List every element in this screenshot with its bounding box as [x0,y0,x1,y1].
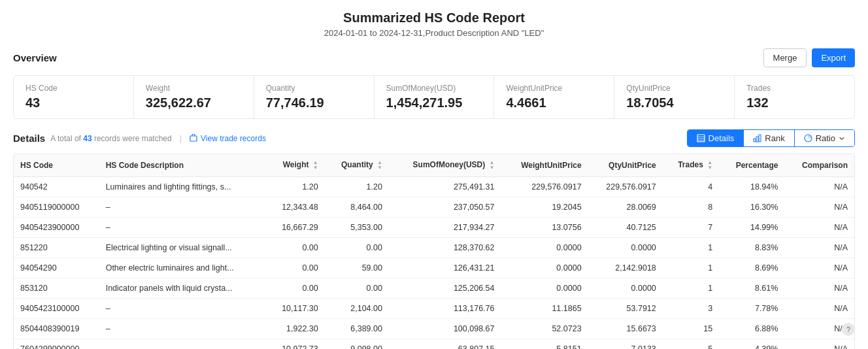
tab-details[interactable]: Details [688,130,744,146]
cell-sum-money: 217,934.27 [389,218,501,238]
col-weight[interactable]: Weight ▲▼ [266,154,325,177]
table-row: 851220 Electrical lighting or visual sig… [14,238,854,258]
cell-qty-unit: 53.7912 [588,299,663,319]
cell-quantity: 8,464.00 [325,197,389,218]
sum-money-sort-icon: ▲▼ [490,160,495,171]
cell-weight-unit: 0.0000 [501,278,588,299]
cell-hs-code: 94054290 [14,258,99,278]
cell-hs-desc: – [99,218,267,238]
cell-hs-code: 9405119000000 [14,197,99,218]
col-trades[interactable]: Trades ▲▼ [663,154,719,177]
stat-hs-code: HS Code 43 [14,76,134,118]
cell-sum-money: 126,431.21 [389,258,501,278]
cell-quantity: 2,104.00 [325,299,389,319]
details-meta: A total of 43 records were matched [50,134,171,143]
cell-hs-desc: Electrical lighting or visual signall... [99,238,267,258]
tab-ratio[interactable]: Ratio [794,130,854,146]
cell-qty-unit: 0.0000 [588,278,663,299]
table-row: 9405423900000 – 16,667.29 5,353.00 217,9… [14,218,854,238]
cell-sum-money: 113,176.76 [389,299,501,319]
cell-weight: 0.00 [266,238,325,258]
cell-percentage: 16.30% [719,197,784,218]
cell-quantity: 9,098.00 [325,339,389,350]
stat-sum-money: SumOfMoney(USD) 1,454,271.95 [375,76,495,118]
cell-qty-unit: 28.0069 [588,197,663,218]
cell-weight-unit: 11.1865 [501,299,588,319]
cell-weight-unit: 5.8151 [501,339,588,350]
col-hs-code: HS Code [14,154,99,177]
stat-hs-code-label: HS Code [25,84,122,93]
export-button[interactable]: Export [812,48,855,67]
table-row: 853120 Indicator panels with liquid crys… [14,278,854,299]
cell-weight: 16,667.29 [266,218,325,238]
cell-trades: 3 [663,299,719,319]
stat-quantity-value: 77,746.19 [266,95,362,110]
cell-comparison: N/A [784,197,854,218]
cell-sum-money: 275,491.31 [389,177,501,197]
stat-trades-value: 132 [746,95,843,110]
stat-trades-label: Trades [746,84,843,93]
details-count: 43 [83,134,92,143]
cell-weight-unit: 0.0000 [501,258,588,278]
cell-qty-unit: 0.0000 [588,238,663,258]
cell-weight: 10,972.73 [266,339,325,350]
details-label: Details [13,133,45,144]
link-icon [190,134,198,142]
cell-qty-unit: 7.0133 [588,339,663,350]
merge-button[interactable]: Merge [763,48,807,67]
table-row: 940542 Luminaires and lighting fittings,… [14,177,854,197]
trades-sort-icon: ▲▼ [707,160,712,171]
svg-rect-7 [759,135,761,142]
cell-sum-money: 128,370.62 [389,238,501,258]
col-sum-money[interactable]: SumOfMoney(USD) ▲▼ [389,154,501,177]
stat-weight-unit: WeightUnitPrice 4.4661 [494,76,614,118]
cell-trades: 1 [663,258,719,278]
cell-percentage: 6.88% [719,319,784,339]
stat-hs-code-value: 43 [25,95,122,110]
page-title: Summarized HS Code Report [13,10,855,25]
tab-rank[interactable]: Rank [743,130,793,146]
col-comparison: Comparison [784,154,854,177]
overview-section: Overview Merge Export [13,48,855,67]
stat-sum-money-value: 1,454,271.95 [386,95,482,110]
cell-weight-unit: 52.0723 [501,319,588,339]
cell-hs-code: 851220 [14,238,99,258]
cell-quantity: 6,389.00 [325,319,389,339]
cell-percentage: 8.61% [719,278,784,299]
cell-comparison: N/A [784,339,854,350]
cell-hs-desc: – [99,299,267,319]
table-row: 7604299000000 – 10,972.73 9,098.00 63,80… [14,339,854,350]
cell-weight: 10,117.30 [266,299,325,319]
col-weight-unit: WeightUnitPrice [501,154,588,177]
weight-sort-icon: ▲▼ [313,160,318,171]
cell-trades: 15 [663,319,719,339]
cell-hs-code: 7604299000000 [14,339,99,350]
data-table: HS Code HS Code Description Weight ▲▼ Qu… [13,154,855,349]
cell-percentage: 8.69% [719,258,784,278]
cell-hs-code: 8504408390019 [14,319,99,339]
cell-quantity: 0.00 [325,278,389,299]
stat-weight-unit-label: WeightUnitPrice [506,84,602,93]
help-button[interactable]: ? [842,323,855,336]
stat-quantity-label: Quantity [266,84,362,93]
col-percentage: Percentage [719,154,784,177]
cell-quantity: 1.20 [325,177,389,197]
cell-sum-money: 237,050.57 [389,197,501,218]
cell-sum-money: 100,098.67 [389,319,501,339]
cell-hs-desc: Other electric luminaires and light... [99,258,267,278]
col-quantity[interactable]: Quantity ▲▼ [325,154,389,177]
stat-weight-value: 325,622.67 [146,95,242,110]
cell-hs-code: 853120 [14,278,99,299]
cell-weight: 1,922.30 [266,319,325,339]
stat-trades: Trades 132 [735,76,854,118]
table-row: 94054290 Other electric luminaires and l… [14,258,854,278]
stat-weight: Weight 325,622.67 [134,76,254,118]
cell-percentage: 14.99% [719,218,784,238]
cell-comparison: N/A [784,299,854,319]
cell-trades: 7 [663,218,719,238]
cell-trades: 1 [663,238,719,258]
table-row: 8504408390019 – 1,922.30 6,389.00 100,09… [14,319,854,339]
view-trade-records-link[interactable]: View trade records [190,134,266,143]
cell-sum-money: 125,206.54 [389,278,501,299]
cell-weight: 0.00 [266,278,325,299]
